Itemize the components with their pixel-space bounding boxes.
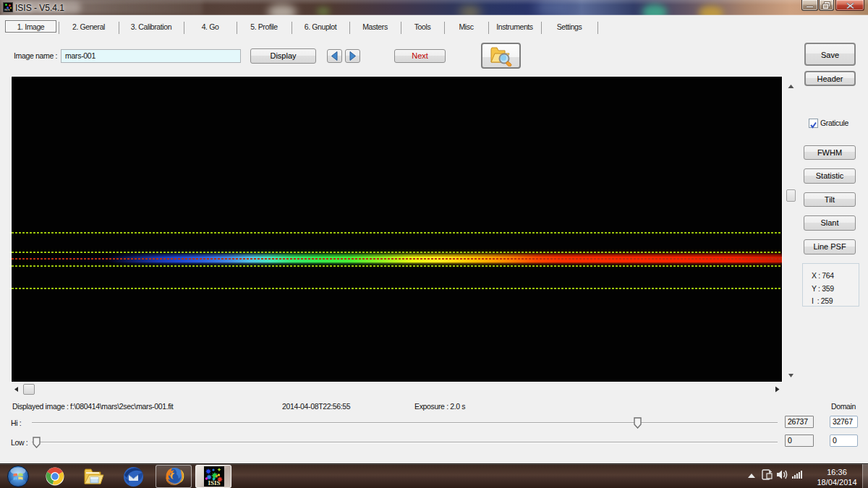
- svg-text:ISIS: ISIS: [208, 479, 220, 487]
